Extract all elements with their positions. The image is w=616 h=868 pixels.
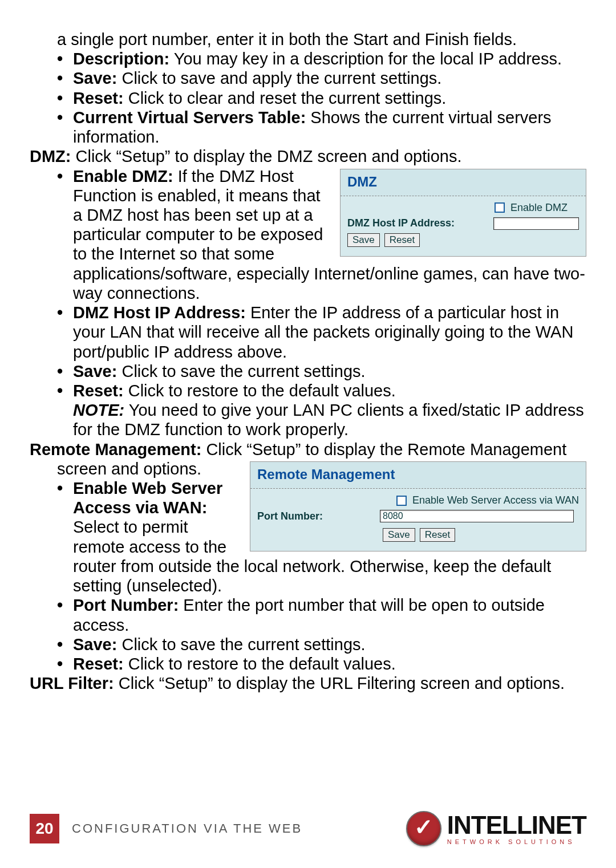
brand-name: INTELLINET — [447, 813, 586, 838]
bullet-label: Save: — [73, 635, 117, 654]
dmz-panel-body: Enable DMZ DMZ Host IP Address: Save Res… — [341, 196, 586, 256]
dmz-host-label: DMZ Host IP Address: — [347, 217, 455, 229]
list-item: Reset: Click to restore to the default v… — [57, 381, 586, 400]
footer-caption: CONFIGURATION VIA THE WEB — [72, 821, 302, 836]
dmz-bullet-list: DMZ Enable DMZ DMZ Host IP Address: Save — [30, 167, 586, 401]
remote-body: Remote Management Enable Web Server Acce… — [30, 459, 586, 674]
bullet-text: Click to restore to the default values. — [124, 655, 396, 673]
dmz-button-row: Save Reset — [347, 233, 579, 247]
bullet-text: You may key in a description for the loc… — [169, 50, 562, 68]
intro-continuation: a single port number, enter it in both t… — [57, 30, 586, 49]
dmz-intro-text: Click “Setup” to display the DMZ screen … — [71, 147, 461, 165]
bullet-label: Save: — [73, 362, 117, 380]
dmz-host-row: DMZ Host IP Address: — [347, 217, 579, 230]
brand-text: INTELLINET NETWORK SOLUTIONS — [447, 813, 586, 845]
dmz-note: NOTE: You need to give your LAN PC clien… — [57, 400, 586, 439]
list-item: Current Virtual Servers Table: Shows the… — [57, 108, 586, 147]
list-item: Save: Click to save the current settings… — [57, 635, 586, 654]
page: a single port number, enter it in both t… — [0, 0, 616, 868]
page-number: 20 — [30, 814, 59, 843]
bullet-label: Enable Web Server Access via WAN: — [73, 479, 222, 517]
list-item: Save: Click to save the current settings… — [57, 362, 586, 381]
remote-intro-label: Remote Management: — [30, 440, 201, 459]
dmz-note-text: You need to give your LAN PC clients a f… — [73, 401, 584, 439]
list-item: Reset: Click to restore to the default v… — [57, 654, 586, 674]
footer-left: 20 CONFIGURATION VIA THE WEB — [30, 814, 302, 843]
list-item: Port Number: Enter the port number that … — [57, 595, 586, 634]
list-item: Save: Click to save and apply the curren… — [57, 68, 586, 88]
bullet-text: Click to restore to the default values. — [124, 382, 396, 400]
list-item: Enable Web Server Access via WAN: Select… — [57, 478, 586, 595]
bullet-text: Click to save the current settings. — [117, 635, 365, 654]
bullet-label: Save: — [73, 69, 117, 87]
bullet-text: Click to save and apply the current sett… — [117, 69, 441, 87]
bullet-label: Reset: — [73, 382, 124, 400]
dmz-host-input[interactable] — [493, 217, 579, 230]
bullet-text: Click to clear and reset the current set… — [124, 89, 447, 107]
bullet-text: Select to permit remote access to the ro… — [73, 518, 551, 595]
dmz-enable-label: Enable DMZ — [510, 202, 568, 214]
dmz-note-label: NOTE: — [73, 401, 124, 419]
dmz-body: DMZ Enable DMZ DMZ Host IP Address: Save — [30, 167, 586, 440]
list-item: DMZ Host IP Address: Enter the IP addres… — [57, 303, 586, 362]
bullet-label: Reset: — [73, 655, 124, 673]
list-item: Description: You may key in a descriptio… — [57, 49, 586, 68]
dmz-save-button[interactable]: Save — [347, 233, 380, 247]
list-item: DMZ Enable DMZ DMZ Host IP Address: Save — [57, 167, 586, 303]
bullet-label: Current Virtual Servers Table: — [73, 108, 306, 127]
dmz-panel-title: DMZ — [341, 169, 586, 196]
dmz-panel: DMZ Enable DMZ DMZ Host IP Address: Save — [340, 169, 586, 257]
remote-intro-text-a: Click “Setup” to display the Remote Mana… — [201, 440, 566, 459]
bullet-label: Enable DMZ: — [73, 167, 173, 185]
url-filter-text: Click “Setup” to display the URL Filteri… — [114, 674, 565, 692]
page-footer: 20 CONFIGURATION VIA THE WEB INTELLINET … — [0, 811, 616, 846]
bullet-text: Click to save the current settings. — [117, 362, 365, 380]
top-bullet-list: Description: You may key in a descriptio… — [30, 49, 586, 147]
url-filter-label: URL Filter: — [30, 674, 114, 692]
brand-subtitle: NETWORK SOLUTIONS — [447, 839, 586, 845]
dmz-enable-row: Enable DMZ — [347, 202, 579, 214]
dmz-enable-checkbox[interactable] — [495, 202, 505, 213]
remote-bullet-list: Enable Web Server Access via WAN: Select… — [30, 478, 586, 674]
bullet-label: Reset: — [73, 89, 124, 107]
bullet-label: Description: — [73, 50, 169, 68]
bullet-label: DMZ Host IP Address: — [73, 303, 246, 322]
brand: INTELLINET NETWORK SOLUTIONS — [406, 811, 586, 846]
remote-section-intro: Remote Management: Click “Setup” to disp… — [30, 440, 586, 459]
dmz-intro-label: DMZ: — [30, 147, 71, 165]
bullet-label: Port Number: — [73, 596, 179, 614]
dmz-reset-button[interactable]: Reset — [384, 233, 420, 247]
url-filter-section: URL Filter: Click “Setup” to display the… — [30, 674, 586, 693]
list-item: Reset: Click to clear and reset the curr… — [57, 88, 586, 108]
brand-logo-icon — [406, 811, 441, 846]
dmz-section-intro: DMZ: Click “Setup” to display the DMZ sc… — [30, 147, 586, 166]
